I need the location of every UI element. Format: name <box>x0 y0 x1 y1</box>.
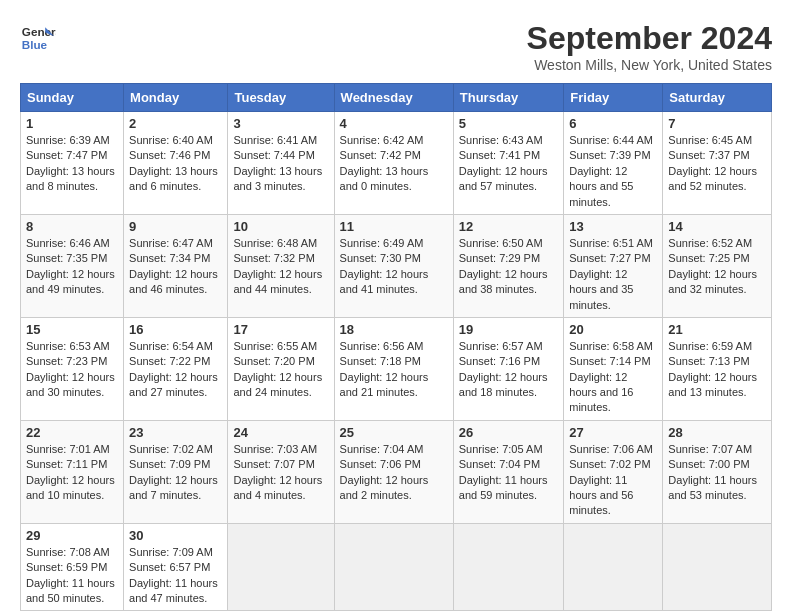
logo-icon: General Blue <box>20 20 56 56</box>
sunrise-label: Sunrise: 6:47 AM <box>129 237 213 249</box>
sunrise-label: Sunrise: 6:58 AM <box>569 340 653 352</box>
sunset-label: Sunset: 7:32 PM <box>233 252 314 264</box>
sunrise-label: Sunrise: 6:44 AM <box>569 134 653 146</box>
calendar-cell: 28 Sunrise: 7:07 AM Sunset: 7:00 PM Dayl… <box>663 420 772 523</box>
weekday-header-monday: Monday <box>124 84 228 112</box>
daylight-label: Daylight: 12 hours and 49 minutes. <box>26 268 115 295</box>
daylight-label: Daylight: 12 hours and 30 minutes. <box>26 371 115 398</box>
day-number: 18 <box>340 322 448 337</box>
day-number: 28 <box>668 425 766 440</box>
day-info: Sunrise: 7:06 AM Sunset: 7:02 PM Dayligh… <box>569 442 657 519</box>
sunrise-label: Sunrise: 6:41 AM <box>233 134 317 146</box>
calendar-cell: 20 Sunrise: 6:58 AM Sunset: 7:14 PM Dayl… <box>564 317 663 420</box>
sunrise-label: Sunrise: 6:57 AM <box>459 340 543 352</box>
sunset-label: Sunset: 7:27 PM <box>569 252 650 264</box>
daylight-label: Daylight: 12 hours and 21 minutes. <box>340 371 429 398</box>
weekday-header-row: SundayMondayTuesdayWednesdayThursdayFrid… <box>21 84 772 112</box>
page-header: General Blue September 2024 Weston Mills… <box>20 20 772 73</box>
daylight-label: Daylight: 12 hours and 57 minutes. <box>459 165 548 192</box>
sunrise-label: Sunrise: 6:52 AM <box>668 237 752 249</box>
day-number: 12 <box>459 219 558 234</box>
sunset-label: Sunset: 7:35 PM <box>26 252 107 264</box>
day-info: Sunrise: 7:05 AM Sunset: 7:04 PM Dayligh… <box>459 442 558 504</box>
daylight-label: Daylight: 12 hours and 10 minutes. <box>26 474 115 501</box>
day-number: 5 <box>459 116 558 131</box>
sunrise-label: Sunrise: 7:06 AM <box>569 443 653 455</box>
day-info: Sunrise: 7:02 AM Sunset: 7:09 PM Dayligh… <box>129 442 222 504</box>
day-number: 8 <box>26 219 118 234</box>
daylight-label: Daylight: 11 hours and 53 minutes. <box>668 474 757 501</box>
calendar-cell: 8 Sunrise: 6:46 AM Sunset: 7:35 PM Dayli… <box>21 214 124 317</box>
sunrise-label: Sunrise: 7:04 AM <box>340 443 424 455</box>
daylight-label: Daylight: 11 hours and 47 minutes. <box>129 577 218 604</box>
calendar-cell: 9 Sunrise: 6:47 AM Sunset: 7:34 PM Dayli… <box>124 214 228 317</box>
day-number: 3 <box>233 116 328 131</box>
daylight-label: Daylight: 12 hours and 2 minutes. <box>340 474 429 501</box>
sunset-label: Sunset: 7:22 PM <box>129 355 210 367</box>
calendar-cell: 2 Sunrise: 6:40 AM Sunset: 7:46 PM Dayli… <box>124 112 228 215</box>
svg-text:Blue: Blue <box>22 38 48 51</box>
daylight-label: Daylight: 12 hours and 18 minutes. <box>459 371 548 398</box>
calendar-week-row: 15 Sunrise: 6:53 AM Sunset: 7:23 PM Dayl… <box>21 317 772 420</box>
sunset-label: Sunset: 7:39 PM <box>569 149 650 161</box>
calendar-table: SundayMondayTuesdayWednesdayThursdayFrid… <box>20 83 772 611</box>
weekday-header-thursday: Thursday <box>453 84 563 112</box>
daylight-label: Daylight: 12 hours and 7 minutes. <box>129 474 218 501</box>
sunrise-label: Sunrise: 6:56 AM <box>340 340 424 352</box>
sunset-label: Sunset: 7:04 PM <box>459 458 540 470</box>
day-number: 11 <box>340 219 448 234</box>
day-info: Sunrise: 7:08 AM Sunset: 6:59 PM Dayligh… <box>26 545 118 607</box>
day-number: 20 <box>569 322 657 337</box>
daylight-label: Daylight: 13 hours and 0 minutes. <box>340 165 429 192</box>
day-number: 13 <box>569 219 657 234</box>
daylight-label: Daylight: 12 hours and 35 minutes. <box>569 268 633 311</box>
calendar-cell: 24 Sunrise: 7:03 AM Sunset: 7:07 PM Dayl… <box>228 420 334 523</box>
day-number: 2 <box>129 116 222 131</box>
day-info: Sunrise: 6:40 AM Sunset: 7:46 PM Dayligh… <box>129 133 222 195</box>
day-info: Sunrise: 6:49 AM Sunset: 7:30 PM Dayligh… <box>340 236 448 298</box>
day-info: Sunrise: 6:39 AM Sunset: 7:47 PM Dayligh… <box>26 133 118 195</box>
calendar-cell: 11 Sunrise: 6:49 AM Sunset: 7:30 PM Dayl… <box>334 214 453 317</box>
sunset-label: Sunset: 7:34 PM <box>129 252 210 264</box>
sunset-label: Sunset: 7:41 PM <box>459 149 540 161</box>
calendar-cell: 18 Sunrise: 6:56 AM Sunset: 7:18 PM Dayl… <box>334 317 453 420</box>
calendar-cell-empty <box>334 523 453 611</box>
daylight-label: Daylight: 11 hours and 59 minutes. <box>459 474 548 501</box>
sunset-label: Sunset: 6:59 PM <box>26 561 107 573</box>
weekday-header-sunday: Sunday <box>21 84 124 112</box>
day-info: Sunrise: 7:01 AM Sunset: 7:11 PM Dayligh… <box>26 442 118 504</box>
calendar-cell: 1 Sunrise: 6:39 AM Sunset: 7:47 PM Dayli… <box>21 112 124 215</box>
calendar-cell: 19 Sunrise: 6:57 AM Sunset: 7:16 PM Dayl… <box>453 317 563 420</box>
sunset-label: Sunset: 7:23 PM <box>26 355 107 367</box>
day-number: 4 <box>340 116 448 131</box>
daylight-label: Daylight: 12 hours and 46 minutes. <box>129 268 218 295</box>
day-number: 23 <box>129 425 222 440</box>
sunset-label: Sunset: 7:13 PM <box>668 355 749 367</box>
calendar-cell: 12 Sunrise: 6:50 AM Sunset: 7:29 PM Dayl… <box>453 214 563 317</box>
day-number: 26 <box>459 425 558 440</box>
daylight-label: Daylight: 12 hours and 32 minutes. <box>668 268 757 295</box>
sunrise-label: Sunrise: 7:01 AM <box>26 443 110 455</box>
daylight-label: Daylight: 12 hours and 52 minutes. <box>668 165 757 192</box>
calendar-cell: 26 Sunrise: 7:05 AM Sunset: 7:04 PM Dayl… <box>453 420 563 523</box>
day-number: 24 <box>233 425 328 440</box>
daylight-label: Daylight: 12 hours and 44 minutes. <box>233 268 322 295</box>
location: Weston Mills, New York, United States <box>527 57 772 73</box>
day-info: Sunrise: 6:56 AM Sunset: 7:18 PM Dayligh… <box>340 339 448 401</box>
sunset-label: Sunset: 7:11 PM <box>26 458 107 470</box>
day-info: Sunrise: 6:41 AM Sunset: 7:44 PM Dayligh… <box>233 133 328 195</box>
sunrise-label: Sunrise: 7:05 AM <box>459 443 543 455</box>
calendar-cell: 13 Sunrise: 6:51 AM Sunset: 7:27 PM Dayl… <box>564 214 663 317</box>
logo: General Blue <box>20 20 56 56</box>
daylight-label: Daylight: 12 hours and 4 minutes. <box>233 474 322 501</box>
calendar-cell: 21 Sunrise: 6:59 AM Sunset: 7:13 PM Dayl… <box>663 317 772 420</box>
day-number: 29 <box>26 528 118 543</box>
title-block: September 2024 Weston Mills, New York, U… <box>527 20 772 73</box>
day-number: 9 <box>129 219 222 234</box>
sunset-label: Sunset: 7:20 PM <box>233 355 314 367</box>
day-number: 16 <box>129 322 222 337</box>
sunrise-label: Sunrise: 6:53 AM <box>26 340 110 352</box>
day-number: 10 <box>233 219 328 234</box>
day-info: Sunrise: 6:59 AM Sunset: 7:13 PM Dayligh… <box>668 339 766 401</box>
sunset-label: Sunset: 7:29 PM <box>459 252 540 264</box>
